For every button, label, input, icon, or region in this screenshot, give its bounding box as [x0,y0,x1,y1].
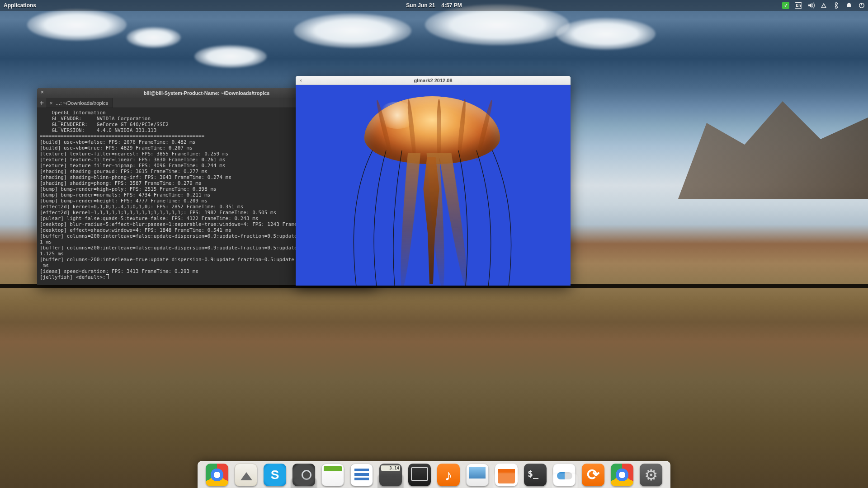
glmark2-title: glmark2 2012.08 [296,78,571,83]
glmark2-window[interactable]: × glmark2 2012.08 [296,76,571,286]
applications-menu[interactable]: Applications [4,2,36,9]
glmark2-titlebar[interactable]: × glmark2 2012.08 [296,76,571,85]
jellyfish-tentacle [386,150,409,286]
terminal-tab-label: …: ~/Downloads/tropics [55,100,108,106]
panel-date[interactable]: Sun Jun 21 [406,2,435,9]
terminal-tab-close-icon[interactable]: × [50,100,52,106]
terminal-new-tab-button[interactable]: + [37,98,47,108]
glmark2-close-button[interactable]: × [299,78,302,83]
jellyfish-tentacle [454,150,476,286]
glmark2-canvas [296,85,571,286]
terminal-close-button[interactable]: × [41,89,47,96]
jellyfish-tentacle [490,150,522,286]
top-panel: Applications Sun Jun 21 4:57 PM ✓ En [0,0,658,11]
terminal-tab[interactable]: × …: ~/Downloads/tropics [47,98,113,108]
panel-time[interactable]: 4:57 PM [441,2,462,9]
